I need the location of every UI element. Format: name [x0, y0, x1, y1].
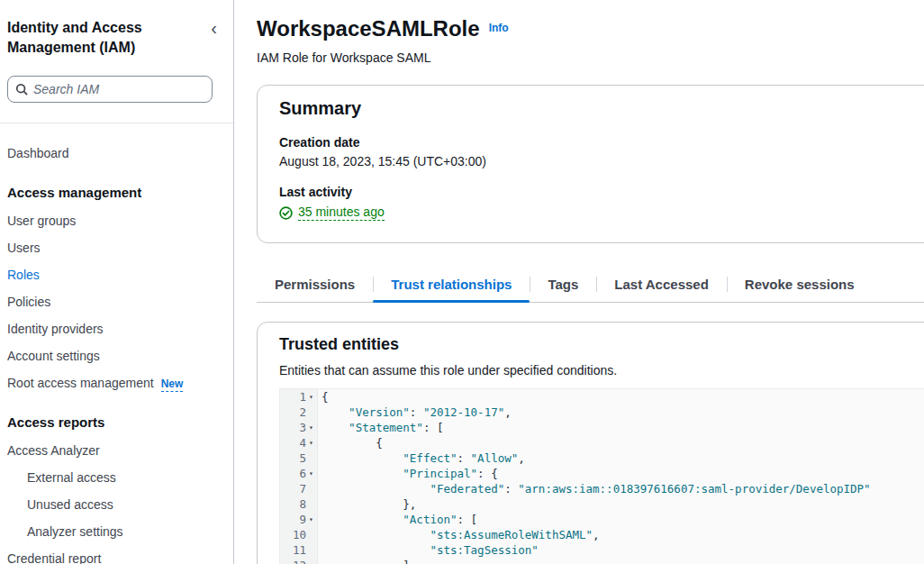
line-number: 11: [293, 542, 306, 558]
sidebar-item-label: User groups: [7, 214, 76, 228]
line-number: 12: [293, 558, 306, 564]
summary-card: Summary Creation date August 18, 2023, 1…: [257, 85, 924, 243]
sidebar-item-roles[interactable]: Roles: [7, 261, 222, 288]
code-line: 8 },: [280, 496, 924, 512]
code-line: 12 ],: [280, 558, 924, 564]
sidebar-item-label: Policies: [7, 295, 50, 309]
line-number-gutter: 2: [280, 405, 318, 420]
sidebar-item-label: Analyzer settings: [27, 524, 123, 539]
line-number: 7: [299, 481, 306, 496]
sidebar: Identity and Access Management (IAM) ‹ D…: [0, 0, 234, 564]
sidebar-nav: DashboardAccess managementUser groupsUse…: [7, 140, 222, 564]
code-line: 9▾ "Action": [: [280, 512, 924, 527]
sidebar-item-label: Roles: [7, 268, 40, 282]
main-content: WorkspaceSAMLRole Info IAM Role for Work…: [235, 0, 924, 564]
code-editor[interactable]: 1▾{2 "Version": "2012-10-17",3▾ "Stateme…: [279, 388, 924, 564]
line-number-gutter: 11: [280, 542, 318, 558]
line-number-gutter: 9▾: [280, 512, 318, 527]
sidebar-item-dashboard[interactable]: Dashboard: [7, 140, 222, 167]
code-text: "sts:TagSession": [318, 542, 539, 558]
sidebar-item-external-access[interactable]: External access: [7, 464, 222, 491]
sidebar-item-root-access-management[interactable]: Root access managementNew: [7, 369, 222, 396]
code-text: ],: [318, 558, 416, 564]
tabs: PermissionsTrust relationshipsTagsLast A…: [257, 268, 924, 303]
sidebar-item-account-settings[interactable]: Account settings: [7, 342, 222, 369]
fold-arrow-icon[interactable]: ▾: [306, 512, 316, 527]
sidebar-divider: [0, 123, 233, 123]
line-number-gutter: 8: [280, 496, 318, 512]
code-text: {: [318, 389, 329, 405]
code-text: {: [318, 435, 383, 450]
code-text: "Action": [: [318, 512, 477, 527]
sidebar-item-label: Access Analyzer: [7, 443, 100, 458]
sidebar-item-user-groups[interactable]: User groups: [7, 207, 222, 234]
sidebar-item-label: Root access management: [7, 376, 154, 390]
fold-arrow-icon[interactable]: ▾: [306, 466, 316, 481]
last-activity-value[interactable]: 35 minutes ago: [298, 205, 385, 221]
line-number-gutter: 10: [280, 527, 318, 542]
sidebar-collapse-button[interactable]: ‹: [205, 18, 222, 38]
search-icon: [15, 83, 28, 96]
code-line: 6▾ "Principal": {: [280, 466, 924, 481]
line-number: 5: [299, 450, 306, 466]
line-number-gutter: 1▾: [280, 389, 318, 405]
sidebar-section-access-management: Access management: [7, 177, 222, 207]
search-box[interactable]: [7, 76, 213, 103]
chevron-left-icon: ‹: [211, 18, 217, 38]
sidebar-item-identity-providers[interactable]: Identity providers: [7, 315, 222, 342]
fold-arrow-icon[interactable]: ▾: [306, 420, 316, 435]
code-line: 1▾{: [280, 389, 924, 405]
sidebar-item-label: Access reports: [7, 414, 104, 430]
line-number-gutter: 7: [280, 481, 318, 496]
line-number: 1: [299, 389, 306, 405]
sidebar-title: Identity and Access Management (IAM): [7, 18, 174, 58]
sidebar-item-users[interactable]: Users: [7, 234, 222, 261]
fold-arrow-icon[interactable]: ▾: [306, 389, 316, 405]
line-number: 10: [293, 527, 306, 542]
sidebar-item-label: Access management: [7, 185, 141, 200]
code-line: 7 "Federated": "arn:aws:iam::01839761660…: [280, 481, 924, 496]
tab-revoke-sessions[interactable]: Revoke sessions: [727, 268, 873, 302]
trusted-entities-title: Trusted entities: [279, 335, 924, 354]
last-activity-label: Last activity: [279, 185, 924, 199]
last-activity-row: 35 minutes ago: [279, 205, 385, 221]
code-text: "Statement": [: [318, 420, 443, 435]
line-number: 8: [299, 496, 306, 512]
search-input[interactable]: [33, 82, 204, 96]
summary-title: Summary: [279, 98, 924, 119]
sidebar-item-label: Unused access: [27, 497, 113, 512]
code-line: 11 "sts:TagSession": [280, 542, 924, 558]
line-number-gutter: 5: [280, 450, 318, 466]
sidebar-item-policies[interactable]: Policies: [7, 288, 222, 315]
sidebar-item-label: Account settings: [7, 349, 100, 363]
sidebar-item-label: Users: [7, 241, 41, 255]
sidebar-item-label: Identity providers: [7, 322, 104, 336]
sidebar-item-label: Dashboard: [7, 146, 69, 160]
creation-date-label: Creation date: [279, 135, 924, 150]
line-number: 9: [299, 512, 306, 527]
page-title: WorkspaceSAMLRole: [257, 16, 480, 41]
info-link[interactable]: Info: [489, 22, 509, 34]
sidebar-section-access-reports: Access reports: [7, 407, 222, 437]
tab-tags[interactable]: Tags: [530, 268, 596, 302]
sidebar-item-unused-access[interactable]: Unused access: [7, 491, 222, 518]
tab-trust-relationships[interactable]: Trust relationships: [373, 268, 530, 302]
code-line: 10 "sts:AssumeRoleWithSAML",: [280, 527, 924, 542]
code-text: },: [318, 496, 416, 512]
tab-last-accessed[interactable]: Last Accessed: [596, 268, 727, 302]
fold-arrow-icon[interactable]: ▾: [306, 435, 316, 450]
creation-date-value: August 18, 2023, 15:45 (UTC+03:00): [279, 154, 924, 168]
sidebar-item-credential-report[interactable]: Credential report: [7, 545, 222, 564]
tab-permissions[interactable]: Permissions: [257, 268, 373, 302]
code-text: "Principal": {: [318, 466, 498, 481]
sidebar-item-analyzer-settings[interactable]: Analyzer settings: [7, 518, 222, 545]
code-text: "sts:AssumeRoleWithSAML",: [318, 527, 600, 542]
sidebar-item-access-analyzer[interactable]: Access Analyzer: [7, 437, 222, 464]
code-line: 3▾ "Statement": [: [280, 420, 924, 435]
code-text: "Effect": "Allow",: [318, 450, 525, 466]
sidebar-item-label: Credential report: [7, 551, 101, 564]
line-number-gutter: 6▾: [280, 466, 318, 481]
new-badge[interactable]: New: [161, 378, 184, 392]
trusted-entities-description: Entities that can assume this role under…: [279, 363, 924, 378]
line-number-gutter: 12: [280, 558, 318, 564]
